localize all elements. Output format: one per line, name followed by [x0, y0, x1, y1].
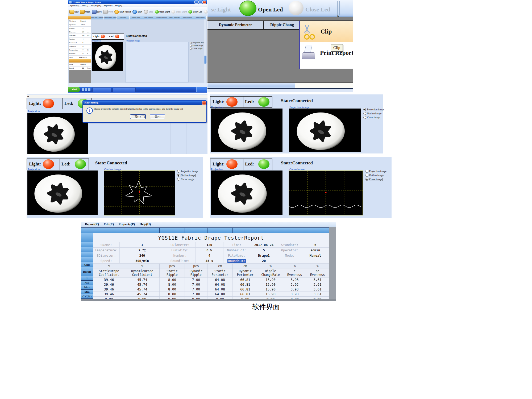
window-titlebar[interactable]: YGS11E Fabric Drape Tester _ □ × — [68, 0, 207, 4]
report-info-cell — [302, 258, 329, 263]
info-text: Manual — [310, 254, 321, 257]
maximize-button[interactable]: □ — [198, 1, 202, 4]
vertical-scrollbar[interactable] — [204, 19, 206, 83]
led-orb — [75, 159, 86, 169]
task-button[interactable] — [113, 87, 136, 92]
menu-item[interactable]: Edit(E) — [104, 222, 114, 227]
radio-option[interactable]: Outline image — [177, 173, 198, 177]
scrollbar-thumb[interactable] — [204, 56, 206, 64]
radio-option[interactable]: Curve image — [363, 115, 384, 119]
quick-launch-icon[interactable] — [88, 88, 90, 91]
radio-option[interactable]: Curve image — [365, 177, 386, 181]
task-button[interactable] — [92, 87, 111, 92]
toolbar-button-print[interactable]: Print — [103, 10, 113, 14]
menu-item[interactable]: System(S) — [70, 4, 79, 7]
save-icon — [92, 10, 97, 14]
data-cell: 8.00 — [160, 287, 185, 292]
close-led-button-label[interactable]: Close Led — [305, 6, 330, 13]
no-button[interactable]: 否(N) — [150, 114, 165, 119]
radio-label: Projection image — [181, 170, 198, 173]
radio-option[interactable]: Projection image — [190, 41, 205, 44]
horizontal-scrollbar[interactable] — [207, 82, 353, 89]
close-light-button-label[interactable]: se Light — [211, 6, 231, 13]
projection-view-panel: Light: Led: State:Connected Projection P… — [210, 94, 383, 153]
result-column-header: Ripple ChangeRate — [258, 268, 283, 277]
menu-item[interactable]: Help(H) — [140, 222, 151, 227]
radio-option[interactable]: Outline image — [363, 111, 384, 115]
parameter-sidebar[interactable]: FileNameDrape1OperatoradminSName1Diamete… — [69, 19, 91, 70]
dialog-titlebar[interactable]: Static testing — [83, 101, 206, 105]
data-cell: 3.61 — [306, 282, 329, 287]
quick-launch-icon[interactable] — [85, 88, 87, 91]
dialog-close-button[interactable]: × — [202, 101, 206, 105]
context-menu: ✂ Clip Print Report — [299, 21, 353, 69]
report-info-row: SName:1CDiameter:120Time:2017-04-24Stand… — [93, 242, 329, 248]
sidebar-unit: ℃ — [87, 48, 91, 52]
toolbar-button-stop[interactable]: Stop — [144, 10, 153, 14]
column-header: Ripple Chang — [264, 21, 301, 29]
sidebar-row: Humidity8% — [69, 52, 91, 56]
result-column-header: e Evenness — [283, 268, 306, 277]
led-indicator: Led: — [243, 159, 272, 170]
toolbar-button-new[interactable]: New — [69, 10, 78, 14]
menu-item[interactable]: Property(P) — [91, 4, 101, 7]
sidebar-value: 5 — [79, 41, 87, 45]
radio-option[interactable]: Projection image — [363, 107, 384, 111]
toolbar-button-close-light[interactable]: Close Light — [171, 10, 187, 14]
folder-new-icon — [69, 10, 74, 14]
projection-group-label: Projection — [92, 40, 101, 42]
toolbar-button-save[interactable]: Save — [92, 10, 102, 14]
data-cell: 45.74 — [125, 277, 160, 282]
radio-option[interactable]: Curve image — [190, 47, 205, 50]
dialog-message: Please prepare the sample, the instrumen… — [94, 107, 204, 110]
row-header-cell — [81, 247, 93, 252]
report-info-cell: 50R/min — [120, 258, 165, 263]
sidebar-unit — [87, 23, 91, 27]
close-button[interactable]: × — [202, 1, 206, 4]
context-menu-item-clip[interactable]: ✂ Clip — [300, 21, 353, 42]
toolbar-button-label: Stop — [149, 11, 153, 13]
toolbar-button-start-round[interactable]: Start Round — [114, 10, 131, 14]
minimize-button[interactable]: _ — [194, 1, 198, 4]
open-led-orb[interactable] — [239, 1, 256, 16]
radio-option[interactable]: Projection image — [365, 169, 386, 173]
close-led-orb[interactable] — [289, 1, 304, 15]
data-cell: 39.46 — [93, 277, 125, 282]
toolbar-button-start[interactable]: Start — [132, 10, 142, 14]
status-strip — [68, 83, 207, 87]
column-header-cell — [258, 228, 283, 233]
toolbar-button-label: Save — [97, 11, 102, 13]
info-text: Humidity: — [171, 248, 189, 252]
start-button[interactable]: start — [68, 87, 80, 92]
radio-option[interactable]: Curve image — [177, 177, 198, 181]
led-label: Led: — [245, 159, 254, 169]
menu-item[interactable]: Property(P) — [119, 222, 135, 227]
light-orb — [226, 97, 238, 107]
toolbar-button-open-light[interactable]: Open Light — [155, 10, 170, 14]
yes-button[interactable]: 是(Y) — [130, 114, 146, 119]
radio-option[interactable]: Outline image — [365, 173, 386, 177]
toolbar-divider — [337, 1, 338, 15]
open-led-button-label[interactable]: Open Led — [258, 6, 283, 13]
menu-item[interactable]: Test(T) — [82, 4, 88, 7]
radio-option[interactable]: Projection image — [177, 169, 198, 173]
scrollbar-thumb[interactable] — [207, 83, 295, 89]
toolbar-button-label: Start Round — [119, 11, 131, 13]
sidebar-label: Number of — [69, 41, 79, 45]
menu-item[interactable]: Report(R) — [104, 4, 113, 7]
column-header-cell — [185, 228, 207, 233]
toolbar-button-open-led[interactable]: Open Led — [188, 10, 202, 14]
quick-launch-icon[interactable] — [82, 88, 84, 91]
projection-image — [27, 171, 98, 215]
column-header-cell — [93, 228, 125, 233]
report-info-cell: 4 — [196, 253, 223, 258]
radio-option[interactable]: Outline image — [190, 44, 205, 47]
image-type-radios: Projection imageOutline imageCurve image — [365, 169, 386, 181]
menu-item[interactable]: Report(R) — [85, 222, 99, 227]
expand-arrow-icon[interactable]: ▶ — [338, 15, 339, 17]
toolbar-button-open[interactable]: Open — [80, 10, 90, 14]
menu-item[interactable]: Help(H) — [115, 4, 122, 7]
selected-column-cell[interactable] — [68, 16, 91, 19]
sidebar-label: Diameter — [69, 30, 79, 34]
context-menu-item-print-report[interactable]: Print Report — [300, 42, 353, 64]
